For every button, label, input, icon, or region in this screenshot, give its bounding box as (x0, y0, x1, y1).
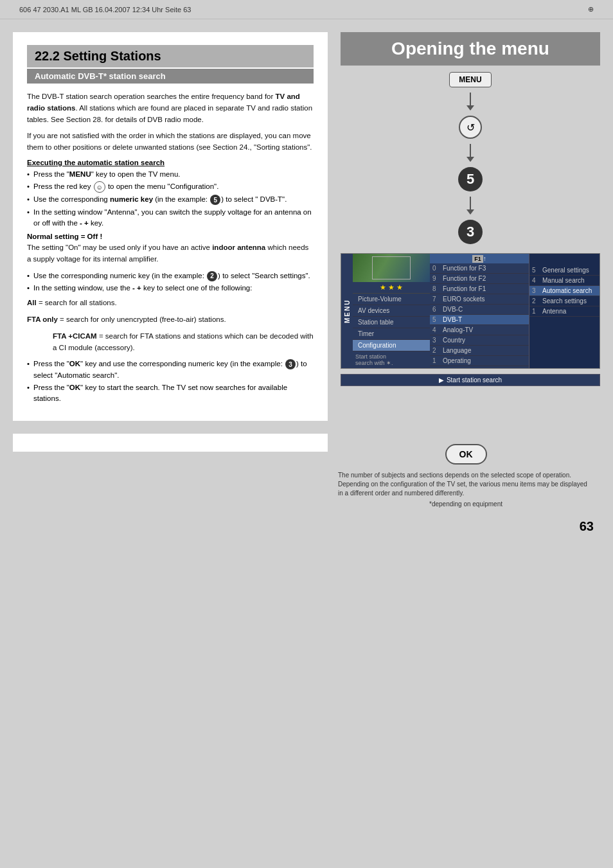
step-5-badge: 5 (458, 167, 483, 191)
bullet-4: In the setting window "Antenna", you can… (27, 207, 314, 229)
sub-item-2: 2Search settings (529, 296, 600, 306)
option-fta: FTA only = search for only unencrypted (… (27, 314, 314, 326)
page-number: 63 (0, 514, 613, 539)
bottom-section: OK The number of subjects and sections d… (0, 434, 613, 514)
bullet-7: Press the "OK" key and use the correspon… (27, 359, 314, 381)
right-item-9: 9Function for F2 (430, 274, 529, 284)
menu-item-timer: Timer (353, 328, 430, 340)
left-column: 22.2 Setting Stations Automatic DVB-T* s… (13, 32, 328, 421)
section-title: 22.2 Setting Stations (35, 49, 306, 64)
menu-left-panel: ★ ★ ★ Picture-Volume AV devices Station … (353, 254, 430, 368)
bullet-list-3: Press the "OK" key and use the correspon… (27, 359, 314, 404)
top-bar: 606 47 2030.A1 ML GB 16.04.2007 12:34 Uh… (0, 0, 613, 19)
circle-5: 5 (210, 195, 220, 205)
menu-button: MENU (449, 72, 491, 87)
step-3-badge: 3 (458, 220, 483, 244)
right-item-0: 0Function for F3 (430, 263, 529, 274)
normal-setting-text: The setting "On" may be used only if you… (27, 242, 314, 265)
menu-right-header: F1↑ (430, 254, 529, 263)
opening-menu-title: Opening the menu (341, 32, 600, 66)
menu-vertical-label: MENU (341, 254, 353, 368)
sub-item-1: 1Antenna (529, 306, 600, 317)
start-search-label: Start station search (447, 376, 502, 384)
asterisk-note: *depending on equipment (423, 500, 509, 508)
arrow-line-3 (470, 197, 471, 209)
bullet-8: Press the "OK" key to start the search. … (27, 382, 314, 405)
bullet-3: Use the corresponding numeric key (in th… (27, 194, 314, 205)
red-key-icon: ☺ (94, 181, 105, 193)
arrow-line-1 (470, 93, 471, 105)
menu-right-panel: F1↑ 0Function for F3 9Function for F2 8F… (430, 254, 529, 368)
arrow-line-2 (470, 144, 471, 157)
right-column: Opening the menu MENU ↺ 5 (341, 32, 600, 421)
arrow-down-2 (466, 157, 474, 162)
menu-item-av-devices: AV devices (353, 305, 430, 317)
right-item-7: 7EURO sockets (430, 294, 529, 305)
section-subtitle: Automatic DVB-T* station search (27, 69, 314, 84)
bullet-6: In the setting window, use the - + key t… (27, 283, 314, 294)
tv-image (353, 254, 430, 282)
menu-item-picture-volume: Picture-Volume (353, 294, 430, 305)
right-item-1-op: 1Operating (430, 356, 529, 366)
crosshair-icon: ⊕ (588, 5, 594, 13)
ok-button: OK (445, 444, 487, 465)
menu-sub-panel: 5General settings 4Manual search 3Automa… (529, 254, 600, 368)
arrow-down-3 (466, 209, 474, 215)
sub-item-5: 5General settings (529, 265, 600, 276)
diagram-area: MENU ↺ 5 (341, 72, 600, 386)
start-search-bar: Start station search (341, 374, 600, 386)
sub-item-3: 3Automatic search (529, 286, 600, 296)
note-text: The number of subjects and sections depe… (332, 471, 600, 498)
right-item-6: 6DVB-C (430, 305, 529, 315)
bullet-list-2: Use the corresponding numeric key (in th… (27, 270, 314, 294)
normal-setting-heading: Normal setting = Off ! (27, 233, 314, 240)
menu-screenshot: MENU ★ ★ ★ Picture-Volume AV devices Sta… (341, 253, 600, 369)
bullet-2: Press the red key ☺ to open the menu "Co… (27, 181, 314, 193)
circle-3: 3 (285, 359, 296, 369)
circle-2: 2 (207, 271, 217, 281)
bottom-left (13, 434, 328, 452)
menu-item-station-table: Station table (353, 317, 430, 328)
sub-panel-spacer (529, 254, 600, 265)
exec-heading: Executing the automatic station search (27, 159, 314, 166)
right-item-2-lang: 2Language (430, 346, 529, 356)
option-ftacicam: FTA +CICAM = search for FTA stations and… (53, 331, 314, 354)
right-item-5-dvbt: 5DVB-T (430, 315, 529, 325)
section-title-box: 22.2 Setting Stations (27, 45, 314, 67)
sub-item-4: 4Manual search (529, 276, 600, 286)
right-item-3-country: 3Country (430, 335, 529, 346)
bottom-right: OK The number of subjects and sections d… (332, 434, 600, 508)
start-station-text: Start stationsearch with ✶. (353, 351, 430, 368)
paragraph-2: If you are not satisfied with the order … (27, 130, 314, 154)
paragraph-1: The DVB-T station search operation searc… (27, 91, 314, 125)
bullet-1: Press the "MENU" key to open the TV menu… (27, 169, 314, 180)
menu-item-configuration: Configuration (353, 340, 430, 351)
right-item-8: 8Function for F1 (430, 284, 529, 294)
arrow-down-1 (466, 105, 474, 111)
bullet-list-1: Press the "MENU" key to open the TV menu… (27, 169, 314, 229)
back-arrow-icon: ↺ (459, 116, 482, 139)
top-bar-text: 606 47 2030.A1 ML GB 16.04.2007 12:34 Uh… (19, 6, 191, 13)
option-all: All = search for all stations. (27, 297, 314, 309)
bullet-5: Use the corresponding numeric key (in th… (27, 270, 314, 281)
stars: ★ ★ ★ (353, 282, 430, 294)
right-item-4: 4Analog-TV (430, 325, 529, 335)
